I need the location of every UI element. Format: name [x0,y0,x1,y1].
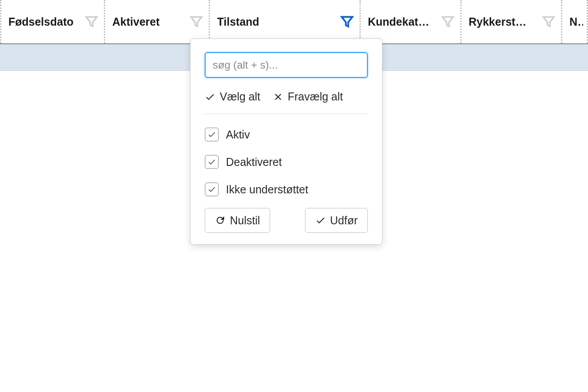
popup-buttons: Nulstil Udfør [205,208,368,233]
filter-icon[interactable] [83,13,100,31]
checkbox-label: Aktiv [226,128,250,141]
select-all-button[interactable]: Vælg alt [205,90,260,103]
select-actions: Vælg alt Fravælg alt [205,90,368,114]
table-header: Fødselsdato Aktiveret Tilstand Kundekat…… [0,0,588,44]
column-header-naes[interactable]: Næs [562,0,588,43]
check-icon [207,185,216,194]
checkbox[interactable] [205,127,219,142]
close-icon [273,92,283,102]
checkbox[interactable] [205,182,219,196]
column-header-aktiveret[interactable]: Aktiveret [105,0,210,43]
checkbox-item-aktiv[interactable]: Aktiv [205,127,368,142]
column-label: Næs [569,15,583,28]
apply-button-label: Udfør [330,214,358,227]
column-header-tilstand[interactable]: Tilstand [210,0,361,43]
deselect-all-label: Fravælg alt [288,90,343,103]
column-label: Rykkerst… [469,15,527,28]
filter-icon[interactable] [187,13,205,31]
check-icon [207,130,216,139]
checkbox-list: Aktiv Deaktiveret Ikke understøttet [205,127,368,196]
column-label: Fødselsdato [8,15,73,28]
filter-icon[interactable] [439,13,457,31]
column-header-kundekat[interactable]: Kundekat… [361,0,462,43]
column-label: Tilstand [217,15,259,28]
filter-icon[interactable] [540,13,557,31]
reset-button-label: Nulstil [230,214,260,227]
checkbox-item-deaktiveret[interactable]: Deaktiveret [205,155,368,169]
checkbox-label: Deaktiveret [226,156,282,169]
checkbox[interactable] [205,155,219,169]
refresh-icon [215,215,225,226]
checkbox-label: Ikke understøttet [226,183,308,196]
column-header-rykkerst[interactable]: Rykkerst… [462,0,562,43]
check-icon [315,215,326,226]
select-all-label: Vælg alt [220,90,260,103]
column-label: Aktiveret [112,15,160,28]
filter-popup: Vælg alt Fravælg alt Aktiv Deaktiveret I… [190,38,382,245]
apply-button[interactable]: Udfør [305,208,368,233]
check-icon [207,158,216,166]
deselect-all-button[interactable]: Fravælg alt [273,90,343,103]
checkbox-item-ikke-understottet[interactable]: Ikke understøttet [205,182,368,196]
filter-icon[interactable] [338,13,356,31]
search-input[interactable] [205,52,368,78]
column-label: Kundekat… [368,15,429,28]
reset-button[interactable]: Nulstil [205,208,270,233]
column-header-fodselsdato[interactable]: Fødselsdato [0,0,105,43]
check-icon [205,92,215,102]
